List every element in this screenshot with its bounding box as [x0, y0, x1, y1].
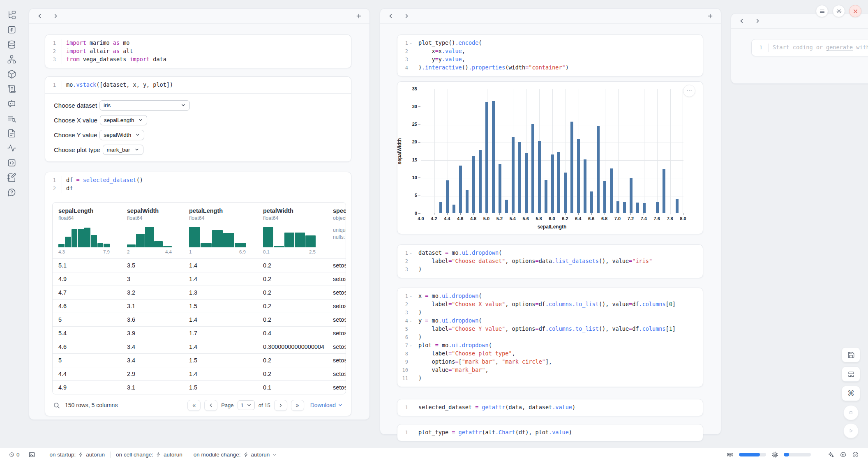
add-cell-icon[interactable]: [356, 13, 362, 19]
chart-bar[interactable]: [623, 202, 626, 213]
code-line[interactable]: 2 label="Choose X value", options=df.col…: [397, 300, 703, 309]
chart-bar[interactable]: [492, 101, 495, 213]
chart-bar[interactable]: [590, 191, 593, 213]
chart-bar[interactable]: [570, 122, 573, 213]
chart-bar[interactable]: [584, 159, 586, 213]
table-row[interactable]: 4.63.41.40.30000000000000004setosa: [53, 340, 346, 353]
code-line[interactable]: 6): [397, 333, 703, 341]
snippets-icon[interactable]: [7, 158, 16, 168]
code-editor[interactable]: 1⌄x = mo.ui.dropdown(2 label="Choose X v…: [397, 288, 703, 387]
table-row[interactable]: 53.61.40.2setosa: [53, 313, 346, 326]
close-button[interactable]: [849, 5, 861, 17]
cell-selected-dataset[interactable]: 1selected_dataset = getattr(data, datase…: [397, 399, 703, 416]
chart-bar[interactable]: [512, 137, 515, 213]
code-editor[interactable]: 1plot_type = getattr(alt.Chart(df), plot…: [397, 424, 703, 441]
code-line[interactable]: 7⌄plot = mo.ui.dropdown(: [397, 341, 703, 350]
code-line[interactable]: 2 x=x.value,: [397, 47, 703, 55]
chart-bar[interactable]: [446, 180, 449, 213]
scroll-left-icon[interactable]: [388, 13, 394, 19]
chart-bar[interactable]: [551, 154, 554, 213]
generate-link[interactable]: generate: [826, 44, 853, 51]
table-row[interactable]: 4.63.11.50.2setosa: [53, 299, 346, 313]
chart-bar[interactable]: [452, 205, 455, 213]
fold-icon[interactable]: ⌄: [408, 317, 413, 325]
altair-chart[interactable]: 051015202530354.04.24.44.64.85.05.25.45.…: [421, 89, 683, 213]
chart-bar[interactable]: [656, 202, 659, 213]
fold-icon[interactable]: ⌄: [408, 249, 413, 257]
column-header[interactable]: speciesobjectunique:nulls:: [327, 203, 346, 258]
editor-placeholder[interactable]: Start coding or generate with AI: [768, 44, 868, 52]
column-header[interactable]: sepalLengthfloat644.37.9: [53, 203, 121, 258]
cell-plot-type[interactable]: 1plot_type = getattr(alt.Chart(df), plot…: [397, 424, 703, 441]
cell-imports[interactable]: 1import marimo as mo2import altair as al…: [45, 35, 351, 68]
save-button[interactable]: [842, 347, 860, 362]
list-search-icon[interactable]: [7, 114, 16, 123]
first-page-button[interactable]: «: [187, 400, 201, 411]
code-line[interactable]: 8 label="Choose plot type",: [397, 350, 703, 358]
cell-empty[interactable]: 1 Start coding or generate with AI: [751, 39, 868, 56]
code-editor[interactable]: 1df = selected_dataset()2df: [45, 172, 351, 197]
layout-toggle-button[interactable]: [842, 366, 860, 382]
chart-bar[interactable]: [459, 166, 462, 213]
code-line[interactable]: 2import altair as alt: [45, 47, 351, 55]
copilot-icon[interactable]: [840, 451, 847, 458]
code-editor[interactable]: 1import marimo as mo2import altair as al…: [45, 35, 351, 68]
chart-bar[interactable]: [676, 199, 679, 213]
terminal-button[interactable]: [28, 451, 35, 458]
x-value-dropdown[interactable]: sepalLength: [100, 115, 148, 125]
code-line[interactable]: 1import marimo as mo: [45, 39, 351, 47]
code-line[interactable]: 4).interactive().properties(width="conta…: [397, 64, 703, 72]
code-line[interactable]: 5 label="Choose Y value", options=df.col…: [397, 325, 703, 333]
fold-icon[interactable]: ⌄: [408, 39, 413, 47]
search-icon[interactable]: [53, 402, 60, 409]
chart-bar[interactable]: [564, 173, 567, 213]
table-row[interactable]: 5.43.91.70.4setosa: [53, 326, 346, 340]
code-editor[interactable]: 1 Start coding or generate with AI: [752, 39, 868, 56]
stop-button[interactable]: [843, 405, 859, 420]
function-square-icon[interactable]: [7, 25, 16, 35]
chart-bar[interactable]: [610, 168, 613, 213]
chart-bar[interactable]: [466, 190, 469, 213]
download-button[interactable]: Download: [310, 402, 343, 408]
box-icon[interactable]: [7, 69, 16, 79]
code-line[interactable]: 1⌄dataset = mo.ui.dropdown(: [397, 249, 703, 257]
scroll-left-icon[interactable]: [37, 13, 43, 19]
cell-plot-code[interactable]: 1⌄plot_type().encode(2 x=x.value,3 y=y.v…: [397, 35, 703, 76]
table-row[interactable]: 4.73.21.30.2setosa: [53, 286, 346, 299]
chart-bar[interactable]: [472, 156, 475, 213]
network-icon[interactable]: [7, 55, 16, 64]
prev-page-button[interactable]: [204, 400, 217, 411]
table-row[interactable]: 4.93.11.50.1setosa: [53, 380, 346, 394]
code-line[interactable]: 3): [397, 309, 703, 317]
table-row[interactable]: 53.41.50.2setosa: [53, 353, 346, 367]
on-module-change-setting[interactable]: on module change: autorun: [194, 452, 277, 458]
next-page-button[interactable]: [274, 400, 287, 411]
add-cell-icon[interactable]: [707, 13, 713, 19]
bot-message-icon[interactable]: [7, 99, 16, 108]
chart-bar[interactable]: [597, 126, 600, 213]
chart-actions-icon[interactable]: [683, 85, 695, 97]
code-line[interactable]: 2df: [45, 184, 351, 193]
scroll-right-icon[interactable]: [754, 18, 761, 24]
scroll-left-icon[interactable]: [739, 18, 745, 24]
chart-bar[interactable]: [538, 141, 541, 213]
page-select[interactable]: 1: [238, 400, 255, 410]
code-line[interactable]: 10 value="mark_bar",: [397, 366, 703, 374]
scroll-right-icon[interactable]: [52, 13, 59, 19]
menu-button[interactable]: [816, 5, 828, 17]
database-icon[interactable]: [7, 40, 16, 49]
on-startup-setting[interactable]: on startup: autorun: [50, 452, 105, 458]
y-value-dropdown[interactable]: sepalWidth: [99, 130, 144, 140]
scroll-right-icon[interactable]: [403, 13, 410, 19]
code-line[interactable]: 9 options=["mark_bar", "mark_circle"],: [397, 358, 703, 366]
code-line[interactable]: 1df = selected_dataset(): [45, 176, 351, 184]
chart-bar[interactable]: [518, 142, 521, 213]
check-circle-icon[interactable]: [852, 451, 859, 458]
code-line[interactable]: 4⌄y = mo.ui.dropdown(: [397, 317, 703, 325]
table-row[interactable]: 4.931.40.2setosa: [53, 272, 346, 286]
file-tree-icon[interactable]: [7, 10, 16, 20]
code-line[interactable]: 2 label="Choose dataset", options=data.l…: [397, 257, 703, 265]
code-editor[interactable]: 1selected_dataset = getattr(data, datase…: [397, 399, 703, 416]
scroll-icon[interactable]: [7, 84, 16, 94]
chart-bar[interactable]: [603, 181, 606, 213]
